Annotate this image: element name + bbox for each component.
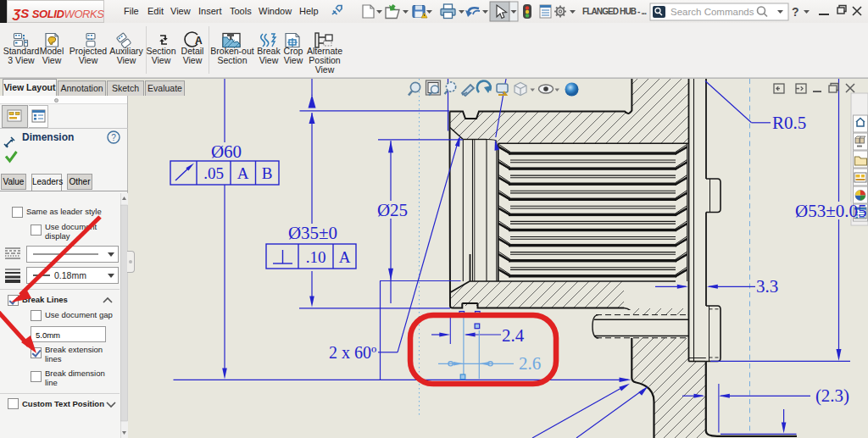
svg-text:?: ?	[111, 133, 116, 142]
svg-text:Ø35±0: Ø35±0	[288, 223, 337, 243]
svg-text:A: A	[237, 164, 249, 182]
svg-text:A: A	[195, 35, 203, 47]
svg-text:Ø25: Ø25	[377, 200, 408, 220]
svg-text:(2.3): (2.3)	[815, 385, 849, 406]
svg-text:FLANGED HUB - ...: FLANGED HUB - ...	[582, 7, 647, 16]
svg-text:Search Commands: Search Commands	[670, 7, 754, 17]
svg-text:2 x 60º: 2 x 60º	[329, 343, 376, 362]
svg-text:R0.5: R0.5	[772, 113, 806, 133]
svg-text:Ø60: Ø60	[211, 141, 242, 162]
svg-text:B: B	[262, 164, 273, 182]
svg-text:A: A	[339, 248, 351, 266]
svg-text:2.4: 2.4	[502, 325, 525, 346]
svg-text:2.6: 2.6	[519, 353, 541, 374]
svg-text:.10: .10	[306, 248, 326, 266]
svg-text:?: ?	[792, 5, 799, 19]
svg-text:0.18mm: 0.18mm	[54, 270, 86, 280]
svg-text:3.3: 3.3	[756, 276, 778, 297]
svg-text:.05: .05	[203, 164, 224, 182]
